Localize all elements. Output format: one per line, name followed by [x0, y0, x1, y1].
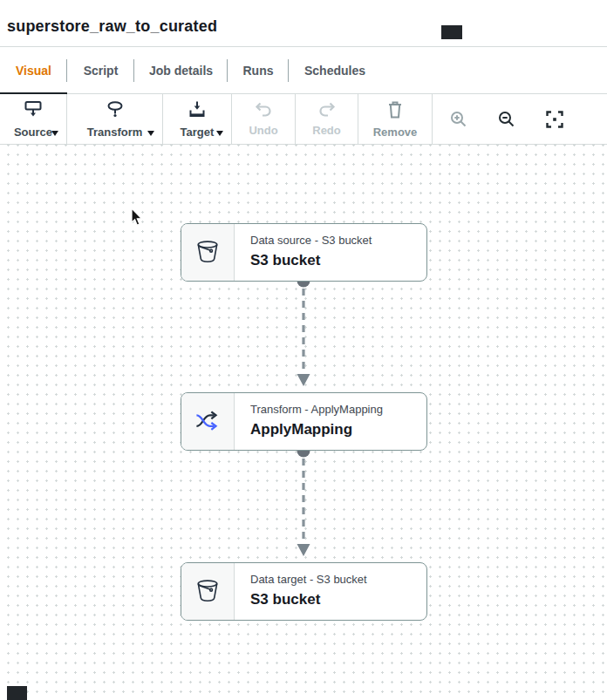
target-button[interactable]: Target — [163, 94, 232, 144]
edge-arrowhead — [297, 544, 310, 556]
zoom-out-button[interactable] — [495, 108, 518, 131]
node-title: S3 bucket — [250, 253, 426, 268]
zoom-in-button[interactable] — [447, 108, 470, 131]
tab-job-details[interactable]: Job details — [134, 47, 228, 93]
editor-toolbar: Source Transform Target — [0, 94, 607, 145]
node-subtitle: Transform - ApplyMapping — [250, 404, 426, 415]
undo-button[interactable]: Undo — [232, 94, 296, 144]
tab-job-details-label: Job details — [149, 64, 213, 78]
screen-artifact — [7, 686, 27, 700]
remove-label: Remove — [373, 126, 418, 138]
target-label: Target — [181, 126, 215, 138]
tab-visual[interactable]: Visual — [0, 47, 67, 93]
transform-label: Transform — [87, 126, 143, 138]
s3-bucket-icon — [194, 238, 221, 268]
tab-visual-label: Visual — [16, 64, 51, 78]
s3-bucket-icon — [194, 577, 221, 607]
chevron-down-icon — [216, 131, 223, 136]
remove-button[interactable]: Remove — [358, 94, 433, 144]
edge-arrowhead — [297, 374, 310, 386]
job-title-bar: superstore_raw_to_curated — [0, 0, 607, 47]
redo-button[interactable]: Redo — [296, 94, 358, 144]
source-icon — [23, 100, 44, 122]
screen-artifact — [441, 25, 462, 39]
node-data-target[interactable]: Data target - S3 bucket S3 bucket — [181, 562, 427, 621]
redo-label: Redo — [312, 125, 341, 136]
tab-schedules[interactable]: Schedules — [289, 47, 381, 93]
tab-script-label: Script — [84, 64, 119, 78]
chevron-down-icon — [147, 131, 154, 136]
node-icon-cell — [181, 563, 235, 620]
tab-script[interactable]: Script — [67, 47, 134, 93]
source-label: Source — [14, 126, 52, 138]
node-subtitle: Data target - S3 bucket — [250, 574, 426, 585]
transform-icon — [105, 100, 126, 122]
trash-icon — [386, 100, 404, 122]
fit-to-view-button[interactable] — [543, 108, 566, 131]
shuffle-icon — [194, 407, 222, 437]
node-data-source[interactable]: Data source - S3 bucket S3 bucket — [181, 223, 427, 282]
mouse-cursor-icon — [131, 208, 144, 230]
source-button[interactable]: Source — [0, 94, 67, 144]
node-subtitle: Data source - S3 bucket — [250, 234, 426, 246]
undo-label: Undo — [249, 125, 277, 136]
undo-icon — [254, 102, 273, 120]
target-icon — [187, 100, 208, 122]
node-icon-cell — [181, 224, 235, 281]
node-icon-cell — [181, 393, 235, 450]
tab-runs[interactable]: Runs — [228, 47, 289, 93]
node-text: Transform - ApplyMapping ApplyMapping — [235, 393, 426, 450]
tab-runs-label: Runs — [243, 64, 274, 78]
zoom-controls — [433, 94, 607, 144]
node-title: ApplyMapping — [250, 422, 426, 437]
zoom-out-icon — [497, 110, 516, 129]
tab-bar: Visual Script Job details Runs Schedules — [0, 47, 607, 94]
node-title: S3 bucket — [250, 592, 426, 607]
page-title: superstore_raw_to_curated — [0, 0, 607, 36]
fit-to-view-icon — [545, 110, 564, 129]
node-text: Data source - S3 bucket S3 bucket — [235, 224, 426, 281]
transform-button[interactable]: Transform — [67, 94, 163, 144]
visual-job-canvas[interactable]: Data source - S3 bucket S3 bucket Transf… — [0, 145, 607, 700]
node-transform[interactable]: Transform - ApplyMapping ApplyMapping — [181, 392, 427, 451]
node-text: Data target - S3 bucket S3 bucket — [235, 563, 426, 620]
tab-schedules-label: Schedules — [304, 64, 365, 78]
redo-icon — [317, 102, 337, 120]
chevron-down-icon — [51, 131, 58, 136]
zoom-in-icon — [449, 110, 468, 129]
